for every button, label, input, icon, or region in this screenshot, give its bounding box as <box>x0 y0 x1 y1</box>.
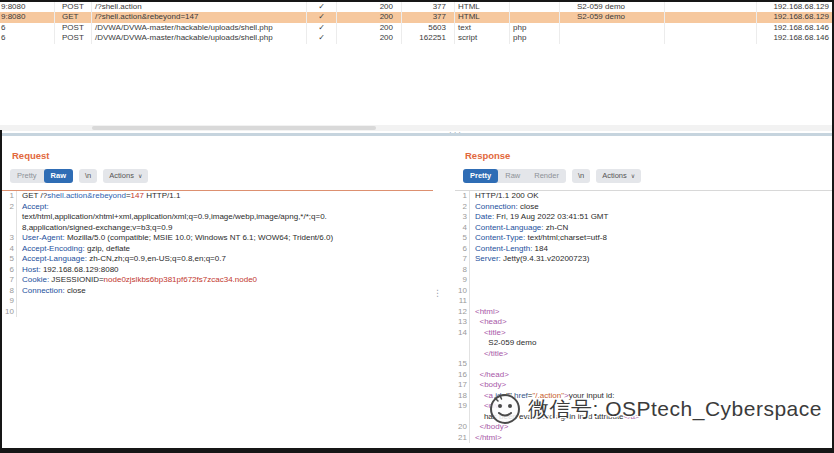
cell-host: 9:8080 <box>0 12 55 22</box>
line-text: Accept-Language: zh-CN,zh;q=0.9,en-US;q=… <box>17 254 226 265</box>
cell-spacer <box>665 33 757 43</box>
code-line: 2Connection: close <box>455 202 832 213</box>
history-horizontal-scrollbar[interactable] <box>0 125 832 131</box>
cell-method: POST <box>55 23 92 33</box>
history-row[interactable]: 9:8080POST/?shell.action✓200377HTMLS2-05… <box>0 2 832 12</box>
line-text <box>470 359 475 370</box>
burp-suite-window: 9:8080POST/?shell.action✓200377HTMLS2-05… <box>0 0 834 453</box>
line-number: 19 <box>455 401 470 412</box>
cell-params: ✓ <box>307 12 337 22</box>
cell-ext: php <box>510 33 560 43</box>
scrollbar-thumb[interactable] <box>92 126 376 130</box>
cell-method: POST <box>55 2 92 12</box>
view-tab-group: PrettyRaw <box>10 169 73 183</box>
cell-method: GET <box>55 12 92 22</box>
line-text: Content-Length: 184 <box>470 244 548 255</box>
cell-method: POST <box>55 33 92 43</box>
code-line: S2-059 demo <box>455 338 832 349</box>
code-line: 10 <box>2 307 433 318</box>
tab-raw[interactable]: Raw <box>44 169 73 183</box>
cell-spacer <box>665 23 757 33</box>
line-number: 14 <box>455 328 470 339</box>
view-tab-group: PrettyRawRender <box>463 169 566 183</box>
cell-params: ✓ <box>307 33 337 43</box>
line-number: 17 <box>455 380 470 391</box>
watermark: 微信号: OSPtech_Cyberspace <box>488 392 822 426</box>
line-text: Date: Fri, 19 Aug 2022 03:41:51 GMT <box>470 212 608 223</box>
tab-render[interactable]: Render <box>527 169 566 183</box>
code-line: 2Accept: <box>2 202 433 213</box>
code-line: 16 </head> <box>455 370 832 381</box>
line-text: Accept-Encoding: gzip, deflate <box>17 244 130 255</box>
line-number: 8 <box>2 286 17 297</box>
cell-url: /?shell.action&rebeyond=147 <box>92 12 307 22</box>
code-line: 4Content-Language: zh-CN <box>455 223 832 234</box>
line-text: Cookie: JSESSIONID=node0zjslkbs6bp381pf6… <box>17 275 257 286</box>
code-line: 3Date: Fri, 19 Aug 2022 03:41:51 GMT <box>455 212 832 223</box>
line-number <box>455 349 470 360</box>
line-number: 8 <box>455 265 470 276</box>
code-line: 21</html> <box>455 433 832 444</box>
code-line: 7Server: Jetty(9.4.31.v20200723) <box>455 254 832 265</box>
line-number: 18 <box>455 391 470 402</box>
show-linebreaks-toggle[interactable]: \n <box>79 169 97 183</box>
history-row[interactable]: 6POST/DVWA/DVWA-master/hackable/uploads/… <box>0 33 832 43</box>
line-text: Content-Language: zh-CN <box>470 223 568 234</box>
window-border-left <box>0 130 2 453</box>
line-number: 4 <box>2 244 17 255</box>
code-line: 5Accept-Language: zh-CN,zh;q=0.9,en-US;q… <box>2 254 433 265</box>
cell-length: 377 <box>402 12 455 22</box>
line-text: <body> <box>470 380 506 391</box>
tab-raw[interactable]: Raw <box>498 169 527 183</box>
cell-status: 200 <box>337 33 402 43</box>
tab-pretty[interactable]: Pretty <box>10 169 44 183</box>
request-editor[interactable]: 1GET /?shell.action&rebeyond=147 HTTP/1.… <box>2 190 433 448</box>
line-text: </head> <box>470 370 509 381</box>
line-number <box>455 338 470 349</box>
history-row[interactable]: 9:8080GET/?shell.action&rebeyond=147✓200… <box>0 12 832 22</box>
line-number: 1 <box>455 191 470 202</box>
history-row[interactable]: 6POST/DVWA/DVWA-master/hackable/uploads/… <box>0 23 832 33</box>
code-line: 15 <box>455 359 832 370</box>
request-panel: Request PrettyRaw\nActions∨ 1GET /?shell… <box>2 140 433 448</box>
line-number: 6 <box>2 265 17 276</box>
show-linebreaks-toggle[interactable]: \n <box>572 169 590 183</box>
line-number: 1 <box>2 191 17 202</box>
code-line: 4Accept-Encoding: gzip, deflate <box>2 244 433 255</box>
line-number: 6 <box>455 244 470 255</box>
line-text: User-Agent: Mozilla/5.0 (compatible; MSI… <box>17 233 333 244</box>
code-line: 11 <box>455 296 832 307</box>
line-number: 15 <box>455 359 470 370</box>
cell-status: 200 <box>337 12 402 22</box>
actions-menu-button[interactable]: Actions∨ <box>103 169 148 183</box>
cell-length: 377 <box>402 2 455 12</box>
code-line: </title> <box>455 349 832 360</box>
line-number: 13 <box>455 317 470 328</box>
chevron-down-icon: ∨ <box>631 169 635 183</box>
horizontal-splitter[interactable]: ··· <box>0 133 832 136</box>
tab-pretty[interactable]: Pretty <box>463 169 498 183</box>
line-number: 10 <box>2 307 17 318</box>
line-number: 3 <box>2 233 17 244</box>
line-text: </title> <box>470 349 508 360</box>
line-number: 9 <box>455 275 470 286</box>
http-history-table: 9:8080POST/?shell.action✓200377HTMLS2-05… <box>0 2 832 126</box>
splitter-grip-icon: ⋮ <box>433 288 442 298</box>
cell-spacer <box>665 2 757 12</box>
line-text <box>17 296 22 307</box>
cell-status: 200 <box>337 2 402 12</box>
line-text <box>470 286 475 297</box>
cell-ext <box>510 12 560 22</box>
line-text: <head> <box>470 317 507 328</box>
line-number: 11 <box>455 296 470 307</box>
splitter-grip-icon: ··· <box>449 128 463 137</box>
line-number <box>2 223 17 234</box>
line-number: 9 <box>2 296 17 307</box>
cell-params: ✓ <box>307 23 337 33</box>
cell-host: 6 <box>0 23 55 33</box>
vertical-splitter[interactable]: ⋮ <box>433 140 453 448</box>
actions-menu-button[interactable]: Actions∨ <box>596 169 641 183</box>
code-line: 7Cookie: JSESSIONID=node0zjslkbs6bp381pf… <box>2 275 433 286</box>
cell-ext <box>510 2 560 12</box>
line-text: S2-059 demo <box>470 338 536 349</box>
